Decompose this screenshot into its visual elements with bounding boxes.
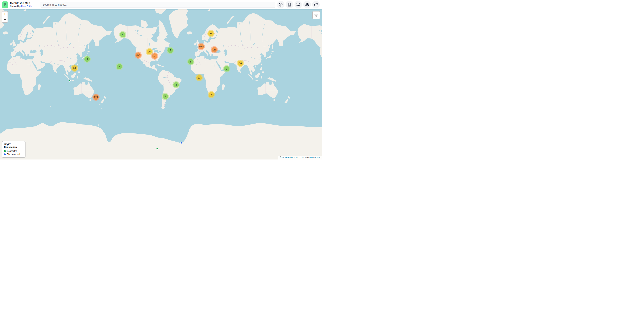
- cluster-count: 58: [72, 65, 77, 71]
- zoom-control: + −: [2, 11, 8, 23]
- legend-item-label: Disconnected: [7, 153, 20, 156]
- cluster-count: 650: [136, 52, 141, 58]
- cluster-marker[interactable]: 650: [134, 51, 142, 59]
- cluster-count: 874: [152, 53, 158, 59]
- openstreetmap-link[interactable]: OpenStreetMap: [282, 156, 298, 159]
- cluster-count: 33: [196, 75, 202, 80]
- legend-item-disconnected: Disconnected: [4, 153, 23, 156]
- cluster-count: 9: [120, 32, 126, 37]
- legend-item-label: Connected: [7, 150, 17, 152]
- cluster-marker[interactable]: 11: [207, 30, 214, 37]
- attribution: © OpenStreetMap | Data from Meshtastic: [278, 156, 322, 159]
- zoom-out-button[interactable]: −: [2, 17, 8, 22]
- mqtt-legend: MQTT Connection Connected Disconnected: [2, 141, 26, 158]
- creator-link[interactable]: Liam Cottle: [21, 5, 32, 7]
- map-canvas[interactable]: 911269315439565087498145862332162238 + −…: [0, 9, 322, 159]
- cluster-marker[interactable]: 16: [208, 91, 215, 98]
- cluster-marker[interactable]: 154: [210, 46, 218, 53]
- zoom-in-button[interactable]: +: [2, 11, 8, 17]
- cluster-count: 11: [208, 31, 214, 36]
- smartphone-icon: [288, 3, 292, 7]
- legend-item-connected: Connected: [4, 150, 23, 152]
- layers-button[interactable]: [312, 11, 320, 19]
- cluster-marker[interactable]: 6: [116, 63, 123, 70]
- cluster-marker[interactable]: 33: [196, 74, 203, 81]
- search-input[interactable]: [40, 1, 275, 8]
- mqtt-legend-title: MQTT Connection: [4, 143, 23, 148]
- cluster-marker[interactable]: 2693: [198, 43, 205, 50]
- cluster-marker[interactable]: 9: [84, 55, 91, 63]
- page-title: Meshtastic Map: [10, 1, 32, 5]
- shuffle-icon: [296, 3, 300, 7]
- cluster-marker[interactable]: 2: [172, 81, 180, 88]
- cluster-marker[interactable]: 14: [237, 60, 244, 67]
- random-node-button[interactable]: [294, 1, 302, 8]
- created-by-text: Created by: [10, 5, 21, 7]
- cluster-marker[interactable]: 58: [71, 64, 78, 72]
- refresh-button[interactable]: [312, 1, 320, 8]
- settings-button[interactable]: [303, 1, 311, 8]
- cluster-count: 2: [174, 82, 179, 87]
- cluster-count: 9: [84, 56, 90, 62]
- creator-line: Created by Liam Cottle: [10, 5, 32, 8]
- cluster-count: 14: [238, 60, 243, 66]
- node-marker-disconnected[interactable]: [180, 142, 182, 144]
- cluster-marker[interactable]: 223: [92, 94, 100, 101]
- cluster-marker[interactable]: 8: [162, 93, 169, 100]
- cluster-marker[interactable]: 874: [151, 52, 158, 60]
- cluster-count: 2693: [198, 44, 204, 49]
- node-marker-connected[interactable]: [156, 148, 158, 150]
- header-bar: Meshtastic Map Created by Liam Cottle: [0, 0, 322, 9]
- cluster-marker[interactable]: 5: [166, 47, 174, 54]
- cluster-count: 5: [168, 48, 173, 53]
- cluster-count: 39: [146, 49, 152, 54]
- marker-layer: 911269315439565087498145862332162238: [0, 9, 322, 159]
- info-icon: [279, 3, 283, 7]
- cluster-marker[interactable]: 8: [187, 58, 194, 65]
- gear-icon: [305, 3, 309, 7]
- disconnected-dot-icon: [4, 153, 6, 155]
- attribution-middle-text: | Data from: [298, 156, 310, 159]
- connected-dot-icon: [4, 150, 6, 152]
- cluster-count: 154: [212, 47, 217, 52]
- cluster-marker[interactable]: 2: [223, 65, 230, 72]
- copyright-text: ©: [280, 156, 282, 159]
- cluster-count: 16: [208, 92, 214, 97]
- cluster-count: 223: [93, 94, 99, 100]
- meshtastic-link[interactable]: Meshtastic: [310, 156, 321, 159]
- refresh-icon: [314, 3, 318, 7]
- cluster-count: 8: [188, 59, 194, 64]
- mobile-app-button[interactable]: [286, 1, 293, 8]
- layers-icon: [314, 12, 319, 17]
- cluster-marker[interactable]: 9: [119, 31, 126, 38]
- info-button[interactable]: [277, 1, 284, 8]
- cluster-count: 6: [116, 64, 122, 69]
- cluster-count: 2: [224, 66, 230, 71]
- cluster-count: 8: [162, 94, 168, 99]
- meshtastic-logo-icon: [2, 1, 8, 8]
- node-marker-connected[interactable]: [69, 80, 70, 81]
